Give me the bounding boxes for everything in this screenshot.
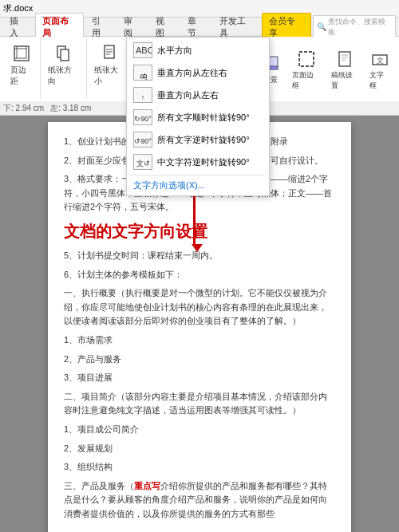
- dropdown-label-ccw90: 所有文字逆时针旋转90°: [157, 134, 250, 146]
- dropdown-item-ccw90[interactable]: ↺90° 所有文字逆时针旋转90°: [127, 128, 269, 151]
- doc-item-3: 3、项目进展: [64, 371, 335, 385]
- svg-rect-7: [61, 49, 69, 61]
- margins-button[interactable]: 页边距: [6, 40, 37, 89]
- text-direction-dropdown: ABC 水平方向 AB ↓ 垂直方向从左往右 ↑ 垂直方向从左右 ↻90° 所有…: [126, 37, 270, 196]
- col-position: 下: 2.94 cm: [3, 103, 44, 114]
- search-box[interactable]: 🔍 查找命令、搜索模板: [313, 15, 396, 39]
- dropdown-label-vertical-ltr: 垂直方向从左往右: [157, 67, 227, 79]
- svg-rect-24: [339, 52, 350, 66]
- orientation-label: 纸张方向: [48, 65, 78, 87]
- svg-text:↺90°: ↺90°: [134, 137, 152, 145]
- paper-size-icon: [98, 42, 120, 65]
- svg-text:ABC: ABC: [136, 45, 152, 55]
- horizontal-direction-icon: ABC: [133, 42, 152, 58]
- orientation-icon: [52, 42, 74, 65]
- doc-item-5: 2、发展规划: [64, 442, 335, 456]
- text-box-button[interactable]: 文 文字框: [365, 45, 394, 93]
- doc-para-product: 三、产品及服务（重点写介绍你所提供的产品和服务都有哪些？其特点是什么？要从顾客的…: [64, 479, 335, 522]
- page-border-icon: [295, 48, 318, 70]
- svg-text:↓: ↓: [143, 71, 147, 79]
- text-box-label: 文字框: [369, 70, 390, 91]
- doc-item-1: 1、市场需求: [64, 333, 335, 348]
- dropdown-label-vertical-rtl: 垂直方向从左右: [157, 89, 219, 101]
- doc-para-6: 6、计划主体的参考模板如下：: [64, 268, 335, 282]
- red-text: 重点写: [134, 481, 160, 491]
- doc-item-4: 1、项目成公司简介: [64, 423, 335, 437]
- ribbon-tabs: 插入 页面布局 引用 审阅 视图 章节 开发工具 会员专享 🔍 查找命令、搜索模…: [0, 18, 399, 37]
- dropdown-options-link[interactable]: 文字方向选项(X)...: [127, 177, 269, 194]
- document-body: 5、计划书提交时间：课程结束一周内。 6、计划主体的参考模板如下： 一、执行概要…: [64, 249, 335, 522]
- svg-text:文: 文: [376, 57, 383, 65]
- svg-rect-1: [17, 49, 26, 58]
- paper-settings-label: 稿纸设置: [331, 70, 358, 91]
- doc-para-5: 5、计划书提交时间：课程结束一周内。: [64, 249, 335, 263]
- doc-item-2: 2、产品与服务: [64, 353, 335, 367]
- paper-size-button[interactable]: 纸张大小: [90, 40, 128, 89]
- row-position: 左: 3.18 cm: [50, 103, 91, 114]
- page-border-label: 页面边框: [292, 70, 319, 91]
- dropdown-item-vertical-rtl[interactable]: ↑ 垂直方向从左右: [127, 84, 269, 106]
- orientation-group: 纸张方向: [41, 38, 86, 100]
- dropdown-item-vertical-ltr[interactable]: AB ↓ 垂直方向从左往右: [127, 61, 269, 84]
- orientation-button[interactable]: 纸张方向: [44, 40, 82, 89]
- margins-icon: [10, 42, 33, 65]
- vertical-ltr-icon: AB ↓: [133, 65, 152, 81]
- cw90-icon: ↻90°: [133, 109, 152, 125]
- dropdown-item-horizontal[interactable]: ABC 水平方向: [127, 39, 269, 61]
- search-placeholder: 查找命令、搜索模板: [328, 17, 392, 37]
- doc-item-6: 3、组织结构: [64, 460, 335, 475]
- dropdown-label-horizontal: 水平方向: [157, 45, 192, 57]
- doc-para-exec: 一、执行概要（执行概要是对一个微型的计划。它不能仅仅被视为介绍，你应尽可能地使创…: [64, 286, 335, 329]
- margins-label: 页边距: [10, 65, 33, 87]
- dropdown-divider: [130, 175, 266, 175]
- dropdown-label-chinese-ccw: 中文字符逆时针旋转90°: [157, 156, 250, 168]
- doc-para-intro: 二、项目简介（该部分内容主要是介绍项目基本情况，介绍该部分内容时注意避免纯文字描…: [64, 390, 335, 418]
- margins-group: 页边距: [3, 38, 41, 100]
- dropdown-label-cw90: 所有文字顺时针旋转90°: [157, 112, 250, 124]
- svg-text:↻90°: ↻90°: [134, 115, 152, 123]
- paper-size-label: 纸张大小: [94, 65, 124, 87]
- dropdown-item-chinese-ccw[interactable]: 文↺ 中文字符逆时针旋转90°: [127, 151, 269, 173]
- svg-rect-23: [299, 52, 314, 66]
- search-icon: 🔍: [317, 22, 326, 31]
- paper-settings-button[interactable]: 稿纸设置: [327, 45, 362, 93]
- vertical-rtl-icon: ↑: [133, 87, 152, 103]
- ccw90-icon: ↺90°: [133, 132, 152, 148]
- svg-text:文↺: 文↺: [136, 160, 150, 167]
- chinese-ccw-icon: 文↺: [133, 154, 152, 170]
- page-border-button[interactable]: 页面边框: [288, 45, 323, 93]
- paper-settings-icon: [334, 48, 356, 70]
- dropdown-item-cw90[interactable]: ↻90° 所有文字顺时针旋转90°: [127, 106, 269, 128]
- text-box-icon: 文: [369, 48, 391, 70]
- svg-text:↑: ↑: [141, 93, 145, 101]
- document-heading: 文档的文字方向设置: [64, 221, 335, 242]
